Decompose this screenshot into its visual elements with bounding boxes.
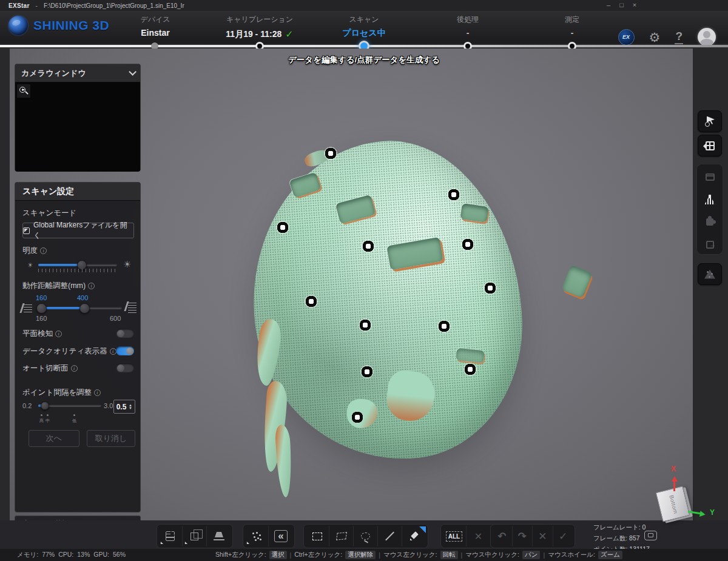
close-button[interactable]: × [633, 1, 636, 8]
settings-gear-icon[interactable]: ⚙ [649, 31, 661, 44]
distance-knob-min[interactable] [36, 303, 47, 314]
workflow-step-postprocess[interactable]: 後処理 - [413, 15, 522, 38]
auto-cut-row: オート切断面i [22, 363, 134, 374]
window-layout-button[interactable] [698, 166, 722, 188]
user-avatar[interactable] [698, 28, 716, 46]
auto-cut-toggle[interactable] [116, 363, 134, 372]
deselect-button[interactable]: ✕ [467, 526, 491, 546]
sun-bright-icon: ☀ [123, 259, 131, 270]
brightness-slider[interactable] [38, 264, 117, 266]
system-usage: メモリ:77% CPU:13% GPU:56% [17, 551, 126, 559]
camera-window-panel: カメラウィンドウ [15, 64, 141, 172]
workflow-step-measure[interactable]: 測定 - [517, 15, 627, 38]
distance-current-min: 160 [36, 294, 47, 301]
discard-icon: ✕ [538, 530, 547, 543]
point-spacing-value: 0.5 [114, 403, 129, 411]
brush-select-button[interactable] [402, 526, 426, 546]
lasso-select-icon [361, 532, 370, 540]
global-markers-button[interactable]: Global Markersファイルを開く [22, 223, 134, 238]
rect-select-button[interactable] [305, 526, 329, 546]
point-spacing-knob[interactable] [41, 401, 49, 410]
info-icon: i [88, 283, 95, 289]
mouse-hints: Shift+左クリック:選択| Ctrl+左クリック:選択解除| マウス左クリッ… [215, 551, 622, 559]
plugin-button[interactable] [698, 211, 722, 233]
workflow-step-device[interactable]: デバイス Einstar [101, 15, 210, 38]
calibration-check-icon: ✓ [285, 29, 293, 40]
view-cube[interactable]: Bottom [656, 486, 690, 522]
selection-tool-group [303, 524, 428, 548]
lasso-select-button[interactable] [354, 526, 378, 546]
info-icon: i [71, 365, 78, 372]
data-quality-toggle[interactable] [116, 346, 134, 355]
export-button[interactable] [698, 233, 722, 255]
maximize-button[interactable]: □ [619, 1, 624, 8]
rewind-button[interactable]: « [269, 526, 293, 546]
workflow-tooltip: データを編集する/点群データを生成する [288, 55, 440, 66]
camera-preview [15, 82, 140, 172]
camera-zoom-button[interactable] [17, 84, 30, 98]
help-icon[interactable]: ? [675, 30, 683, 44]
workflow-step-scan[interactable]: スキャン プロセス中 [309, 15, 419, 39]
apply-button[interactable]: ✓ [553, 526, 573, 546]
point-spacing-spinner[interactable]: 0.5 ▲ ▼ [113, 400, 135, 414]
scan-settings-title: スキャン設定 [15, 183, 140, 201]
spacing-mark-low: 低 [72, 418, 76, 424]
distance-far-icon [128, 302, 136, 313]
x-axis-label: X [671, 465, 676, 473]
discard-button[interactable]: ✕ [533, 526, 553, 546]
bounding-box-button[interactable] [183, 526, 207, 546]
point-cloud-icon [251, 531, 261, 541]
point-cloud-button[interactable] [244, 526, 269, 546]
scan-mode-label: スキャンモード [22, 208, 76, 218]
polygon-select-icon [335, 532, 346, 540]
redo-button[interactable]: ↷ [513, 526, 533, 546]
import-file-icon [23, 227, 30, 234]
distance-range-slider[interactable] [38, 307, 122, 309]
cleanup-button[interactable] [698, 189, 722, 210]
next-button[interactable]: 次へ [29, 430, 79, 447]
info-icon: i [110, 348, 116, 355]
cube-icon [190, 532, 198, 540]
polygon-select-button[interactable] [329, 526, 354, 546]
distance-knob-max[interactable] [79, 303, 90, 314]
deselect-icon: ✕ [474, 531, 482, 542]
project-file-path: F:\D610\ProjectGroup_1\ProjectGroup_1.si… [44, 2, 184, 9]
memory-value: 77% [42, 551, 55, 559]
edit-tool-button[interactable] [698, 110, 722, 132]
undo-button[interactable]: ↶ [492, 526, 513, 546]
minimize-button[interactable]: – [607, 1, 610, 8]
brand-name: SHINING 3D [33, 18, 109, 33]
rect-select-icon [312, 532, 322, 540]
mesh-mountain-icon [704, 270, 715, 279]
plane-detect-toggle[interactable] [116, 329, 134, 338]
spacing-mark-mid: 中 [46, 418, 50, 424]
chevron-down-icon[interactable] [129, 68, 136, 76]
app-name: EXStar [8, 2, 30, 9]
frames-row: フレーム数: 857 [593, 532, 650, 543]
workflow-step-calibration[interactable]: キャリブレーション 11月19 - 11:28✓ [205, 15, 314, 40]
spinner-down-icon[interactable]: ▼ [129, 407, 133, 410]
file-tool-group [157, 524, 233, 548]
file-icon [166, 531, 175, 541]
brush-select-icon [410, 531, 419, 541]
marker-view-button[interactable] [698, 135, 722, 156]
exstar-application: EXStar - F:\D610\ProjectGroup_1\ProjectG… [0, 0, 728, 561]
select-all-button[interactable]: ALL [442, 526, 467, 546]
distance-current-max: 400 [77, 294, 88, 301]
rewind-icon: « [274, 530, 288, 542]
point-spacing-slider[interactable] [38, 405, 101, 407]
info-icon: i [40, 247, 47, 254]
shining3d-logo-icon [8, 16, 28, 35]
mesh-button[interactable] [698, 263, 722, 285]
cancel-button[interactable]: 取り消し [87, 430, 135, 447]
title-separator: - [36, 2, 38, 9]
header: SHINING 3D デバイス Einstar キャリブレーション 11月19 … [0, 11, 728, 44]
axis-gizmo[interactable]: Bottom X Y [642, 472, 728, 532]
redo-icon: ↷ [518, 530, 527, 543]
turntable-button[interactable] [207, 526, 231, 546]
broom-icon [705, 195, 715, 204]
line-select-button[interactable] [378, 526, 402, 546]
cloud-tool-group: « [243, 524, 295, 548]
account-badge-icon[interactable]: EX [618, 29, 635, 45]
open-project-button[interactable] [158, 526, 183, 546]
